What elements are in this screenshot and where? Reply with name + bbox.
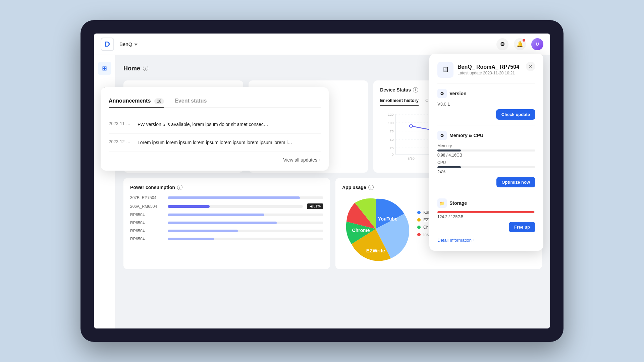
memory-bar-fill [437, 149, 461, 152]
app-logo: D [101, 38, 114, 51]
power-bar-wrap-0 [168, 196, 323, 199]
close-button[interactable]: ✕ [526, 62, 535, 71]
divider-2 [437, 125, 535, 125]
power-label-1: 206A_RM6504 [130, 204, 164, 209]
device-detail-panel: 🖥 BenQ_ RoomA_ RP7504 Latest update 2023… [429, 54, 543, 251]
tab-announcements[interactable]: Announcements 18 [109, 95, 164, 107]
free-up-button[interactable]: Free up [509, 222, 535, 232]
memory-cpu-section: ⚙ Memory & CPU Memory 0.98 / 4.16GB CPU … [437, 131, 535, 187]
announcements-badge: 18 [154, 98, 164, 104]
power-bar-wrap-5 [168, 238, 323, 240]
storage-bar [437, 211, 535, 213]
power-bar-wrap-2 [168, 214, 323, 216]
nav-icons: ⚙ 🔔 U [496, 38, 543, 50]
announcement-item-1: 2023-12-… Lorem ipsum lorem ipsum lorem … [109, 134, 321, 152]
view-all-updates-link[interactable]: View all updates › [109, 157, 321, 163]
svg-text:0: 0 [392, 153, 394, 156]
device-name: BenQ_ RoomA_ RP7504 [458, 64, 519, 70]
power-row-5: RP6504 [130, 237, 323, 241]
announcement-item-0: 2023-11-… FW version 5 is available, lor… [109, 116, 321, 134]
power-bar-wrap-4 [168, 230, 323, 232]
view-all-arrow-icon: › [319, 158, 321, 162]
device-thumbnail: 🖥 [437, 62, 453, 78]
power-bar-4 [168, 230, 238, 232]
divider-3 [437, 193, 535, 193]
power-row-3: RP6504 [130, 221, 323, 225]
storage-section-title: 📁 Storage [437, 198, 535, 208]
app-usage-info-icon: i [368, 185, 374, 190]
power-label-2: RP6504 [130, 213, 164, 217]
power-bar-0 [168, 196, 300, 199]
legend-dot-kahoot [417, 211, 421, 214]
storage-icon: 📁 [437, 198, 447, 208]
detail-info-arrow-icon: › [473, 238, 474, 243]
power-row-4: RP6504 [130, 229, 323, 233]
memory-cpu-icon: ⚙ [437, 131, 447, 140]
avatar[interactable]: U [531, 38, 543, 50]
power-label-5: RP6504 [130, 237, 164, 241]
storage-value: 124.2 / 125GB [437, 215, 535, 219]
memory-value: 0.98 / 4.16GB [437, 153, 535, 158]
legend-dot-ezwrite [417, 218, 421, 222]
power-row-1: 206A_RM6504 ◀ 31% [130, 203, 323, 209]
svg-text:75: 75 [390, 130, 394, 133]
svg-text:50: 50 [390, 138, 394, 141]
power-consumption-title: Power consumption i [130, 185, 323, 190]
power-row-0: 307B_RP7504 [130, 195, 323, 200]
power-label-4: RP6504 [130, 229, 164, 233]
version-value: V3.0.1 [437, 102, 535, 107]
legend-dot-instashare [417, 233, 421, 236]
power-bar-3 [168, 222, 277, 224]
check-update-button[interactable]: Check update [496, 109, 535, 120]
divider-1 [437, 83, 535, 83]
ann-text-0: FW version 5 is available, lorem ipsum d… [138, 121, 268, 128]
version-icon: ⚙ [437, 89, 447, 98]
device-panel-header: 🖥 BenQ_ RoomA_ RP7504 Latest update 2023… [437, 62, 535, 78]
notifications-button[interactable]: 🔔 [514, 38, 526, 50]
pie-svg [342, 195, 409, 262]
power-bar-5 [168, 238, 214, 240]
version-section: ⚙ Version V3.0.1 Check update [437, 89, 535, 120]
pie-chart: Chrome YouTube EZWrite [342, 195, 409, 262]
svg-point-20 [410, 125, 413, 127]
sidebar-item-dashboard[interactable]: ⊞ [98, 62, 111, 75]
memory-cpu-title: ⚙ Memory & CPU [437, 131, 535, 140]
tab-event-status[interactable]: Event status [175, 95, 207, 107]
top-nav: D BenQ ⚙ 🔔 U [94, 34, 550, 55]
legend-dot-chrome [417, 226, 421, 229]
optimize-now-button[interactable]: Optimize now [496, 177, 536, 187]
storage-bar-fill [437, 211, 534, 213]
tablet-frame: D BenQ ⚙ 🔔 U ⊞ [80, 20, 564, 342]
power-label-3: RP6504 [130, 221, 164, 225]
announcements-tabs: Announcements 18 Event status [109, 95, 321, 108]
power-bar-2 [168, 214, 264, 216]
power-pct-badge-1: ◀ 31% [307, 203, 323, 209]
detail-information-link[interactable]: Detail Information › [437, 238, 535, 243]
cpu-bar [437, 166, 535, 168]
power-bar-wrap-1 [168, 205, 303, 208]
tab-enrollment-history[interactable]: Enrollment history [380, 98, 419, 106]
power-rows: 307B_RP7504 206A_RM6504 ◀ 31% [130, 195, 323, 241]
power-label-0: 307B_RP7504 [130, 195, 164, 200]
notification-dot [523, 39, 525, 42]
svg-text:25: 25 [390, 146, 394, 150]
power-bar-wrap-3 [168, 222, 323, 224]
page-info-icon: i [143, 66, 148, 71]
org-name: BenQ [119, 41, 132, 47]
org-selector[interactable]: BenQ [119, 41, 491, 47]
ann-text-1: Lorem ipsum lorem ipsum lorem ipsum lore… [138, 139, 292, 146]
power-row-2: RP6504 [130, 213, 323, 217]
ann-date-1: 2023-12-… [109, 139, 132, 144]
device-info: 🖥 BenQ_ RoomA_ RP7504 Latest update 2023… [437, 62, 519, 78]
cpu-bar-fill [437, 166, 461, 168]
storage-section: 📁 Storage 124.2 / 125GB Free up [437, 198, 535, 232]
ann-date-0: 2023-11-… [109, 121, 132, 126]
app-usage-title: App usage i [342, 185, 409, 190]
power-consumption-card: Power consumption i 307B_RP7504 [123, 178, 330, 269]
svg-text:100: 100 [388, 121, 394, 125]
version-section-title: ⚙ Version [437, 89, 535, 98]
power-info-icon: i [177, 185, 182, 190]
settings-button[interactable]: ⚙ [496, 38, 508, 50]
device-status-info-icon: i [413, 87, 418, 93]
memory-bar [437, 149, 535, 152]
